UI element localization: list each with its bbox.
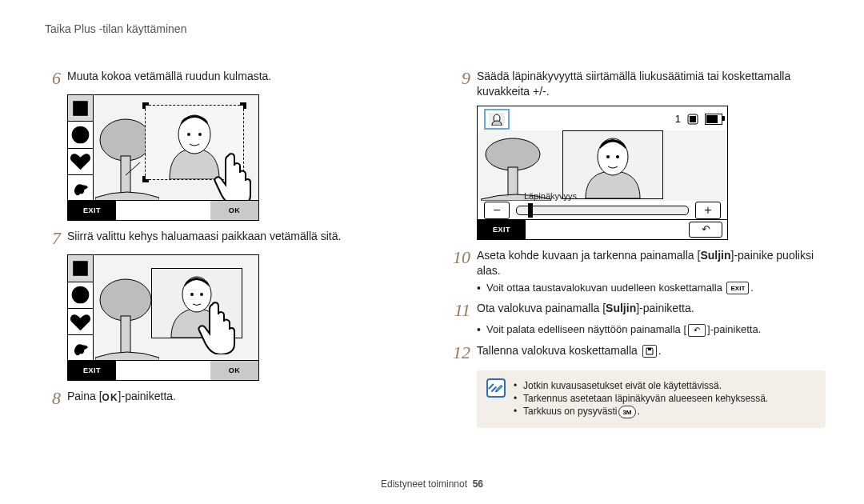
slider-plus-button[interactable]: + xyxy=(695,202,721,219)
step-number: 10 xyxy=(448,248,477,267)
text-part: Tallenna valokuva koskettamalla xyxy=(477,344,641,357)
svg-rect-11 xyxy=(121,316,130,354)
note-icon xyxy=(486,378,506,398)
step-number: 9 xyxy=(448,69,477,88)
footer-label: Edistyneet toiminnot xyxy=(381,478,467,490)
svg-rect-27 xyxy=(648,348,651,350)
ok-button[interactable]: OK xyxy=(210,201,258,220)
step-text: Aseta kohde kuvaan ja tarkenna painamall… xyxy=(477,248,826,278)
step-number: 11 xyxy=(448,301,477,320)
exit-button[interactable]: EXIT xyxy=(478,220,526,239)
slider-label: Läpinäkyvyys xyxy=(524,191,577,201)
slider-knob[interactable] xyxy=(528,203,533,218)
svg-point-10 xyxy=(100,279,151,321)
text-part: . xyxy=(750,282,754,294)
step-10: 10 Aseta kohde kuvaan ja tarkenna painam… xyxy=(448,248,826,278)
step-number: 6 xyxy=(38,69,67,88)
text-part: ]-painiketta. xyxy=(636,302,694,314)
slider-minus-button[interactable]: − xyxy=(484,202,510,219)
step-text: Paina [OK]-painiketta. xyxy=(67,389,176,404)
bullet-dot: • xyxy=(477,282,486,295)
bold-part: Suljin xyxy=(700,249,730,262)
text-part: Voit palata edelliseen näyttöön painamal… xyxy=(486,323,686,335)
transparency-slider: Läpinäkyvyys − + xyxy=(484,202,721,218)
exit-button[interactable]: EXIT xyxy=(68,201,116,220)
svg-point-9 xyxy=(72,286,90,304)
right-column: 9 Säädä läpinäkyvyyttä siirtämällä liuku… xyxy=(448,62,826,462)
bullet-text: Voit palata edelliseen näyttöön painamal… xyxy=(486,323,761,337)
tool-circle-icon[interactable] xyxy=(68,122,94,148)
screen-bottombar: EXIT OK xyxy=(68,200,258,220)
screen-sidebar xyxy=(68,255,94,361)
step-text: Muuta kokoa vetämällä ruudun kulmasta. xyxy=(67,69,271,84)
two-columns: 6 Muuta kokoa vetämällä ruudun kulmasta. xyxy=(38,62,826,462)
step-text: Säädä läpinäkyvyyttä siirtämällä liukusä… xyxy=(477,69,826,99)
text-part: Paina [ xyxy=(67,390,102,402)
step-number: 7 xyxy=(38,229,67,248)
svg-point-25 xyxy=(606,155,610,158)
svg-point-26 xyxy=(616,155,619,158)
note-box: Jotkin kuvausasetukset eivät ole käytett… xyxy=(477,370,826,428)
step-number: 8 xyxy=(38,389,67,408)
screen-canvas xyxy=(94,95,258,201)
selection-thumbnail[interactable] xyxy=(484,109,510,130)
note-item: Tarkkuus on pysyvästi 3M. xyxy=(514,406,768,418)
step-6: 6 Muuta kokoa vetämällä ruudun kulmasta. xyxy=(38,69,416,88)
tool-splatter-icon[interactable] xyxy=(68,335,94,361)
overlay-frame[interactable] xyxy=(562,130,663,199)
exit-chip-icon: EXIT xyxy=(726,282,749,294)
bold-part: Suljin xyxy=(606,302,636,314)
shot-count: 1 xyxy=(675,113,681,125)
step-11: 11 Ota valokuva painamalla [Suljin]-pain… xyxy=(448,301,826,320)
slider-track[interactable] xyxy=(516,206,689,215)
tool-heart-icon[interactable] xyxy=(68,149,94,175)
svg-rect-19 xyxy=(690,116,696,122)
screen-topbar: 1 xyxy=(478,110,722,129)
svg-rect-8 xyxy=(73,261,88,276)
note-list: Jotkin kuvausasetukset eivät ole käytett… xyxy=(514,378,768,420)
text-part: . xyxy=(638,406,640,418)
bullet-text: Voit ottaa taustavalokuvan uudelleen kos… xyxy=(486,282,754,295)
drag-hand-icon xyxy=(212,153,257,201)
portrait-illustration xyxy=(563,131,662,198)
tree-illustration xyxy=(95,278,159,361)
screen-bottombar: EXIT OK xyxy=(68,360,258,380)
screen-canvas xyxy=(478,130,727,201)
tool-splatter-icon[interactable] xyxy=(68,175,94,201)
back-chip-icon: ↶ xyxy=(688,324,706,337)
tool-rectangle-icon[interactable] xyxy=(68,95,94,122)
drag-hand-icon xyxy=(196,302,241,354)
text-part: ]-painiketta. xyxy=(707,323,761,335)
tool-heart-icon[interactable] xyxy=(68,309,94,335)
camera-screen-move: EXIT OK xyxy=(67,254,259,381)
svg-point-7 xyxy=(198,133,202,136)
page-footer: Edistyneet toiminnot 56 xyxy=(0,478,864,490)
ok-button[interactable]: OK xyxy=(210,361,258,380)
back-button[interactable]: ↶ xyxy=(689,222,722,238)
page-number: 56 xyxy=(473,478,483,490)
text-part: Jotkin kuvausasetukset eivät ole käytett… xyxy=(523,380,722,391)
step-11-bullet: • Voit palata edelliseen näyttöön painam… xyxy=(477,323,826,337)
svg-point-14 xyxy=(190,293,194,296)
step-12: 12 Tallenna valokuva koskettamalla . xyxy=(448,343,826,362)
exit-button[interactable]: EXIT xyxy=(68,361,116,380)
note-item: Jotkin kuvausasetukset eivät ole käytett… xyxy=(514,380,768,391)
section-title: Taika Plus -tilan käyttäminen xyxy=(45,22,186,35)
svg-point-15 xyxy=(200,293,203,296)
size-chip-icon: 3M xyxy=(618,406,635,418)
step-number: 12 xyxy=(448,343,477,362)
svg-point-21 xyxy=(486,138,540,170)
camera-screen-resize: EXIT OK xyxy=(67,94,259,221)
screen-sidebar xyxy=(68,95,94,201)
text-part: ]-painiketta. xyxy=(118,390,176,402)
screen-canvas xyxy=(94,255,258,361)
tool-rectangle-icon[interactable] xyxy=(68,255,94,282)
left-column: 6 Muuta kokoa vetämällä ruudun kulmasta. xyxy=(38,62,416,462)
step-text: Siirrä valittu kehys haluamaasi paikkaan… xyxy=(67,229,341,244)
text-part: Tarkkuus on pysyvästi xyxy=(523,406,617,418)
step-10-bullet: • Voit ottaa taustavalokuvan uudelleen k… xyxy=(477,282,826,295)
screen-status: 1 xyxy=(675,113,722,125)
tool-circle-icon[interactable] xyxy=(68,282,94,309)
svg-point-2 xyxy=(100,119,151,161)
svg-point-1 xyxy=(72,126,90,144)
